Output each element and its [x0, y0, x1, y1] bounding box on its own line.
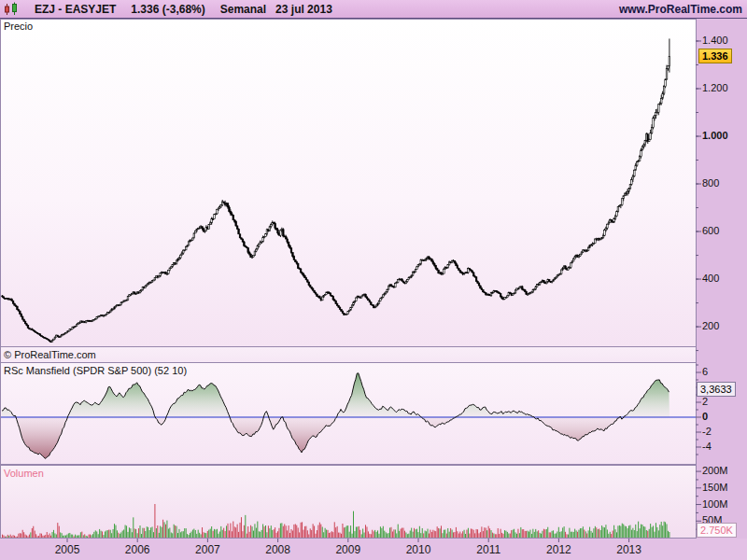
axis-tick-label: 200	[702, 320, 719, 331]
year-label: 2005	[47, 543, 88, 556]
axis-tick-label: 600	[702, 225, 719, 236]
volume-bars	[2, 504, 669, 538]
price-candlesticks	[2, 38, 670, 342]
axis-tick-label: 2	[702, 396, 708, 407]
chart-canvas[interactable]	[0, 0, 747, 560]
year-label: 2009	[328, 543, 369, 556]
axis-tick-label: 1.200	[702, 82, 728, 93]
last-price-box[interactable]: 1.336	[698, 49, 732, 63]
axis-tick-label: 800	[702, 177, 719, 189]
year-label: 2011	[468, 543, 509, 556]
axis-tick-label: 100M	[702, 498, 728, 510]
axis-tick-label: -4	[702, 441, 712, 452]
year-label: 2006	[117, 543, 158, 556]
rsc-area-series	[1, 373, 696, 459]
year-label: 2008	[258, 543, 299, 556]
rsc-last-value-box[interactable]: 3,3633	[697, 382, 736, 397]
axis-tick-label: 150M	[702, 482, 728, 493]
axis-tick-label: 1.400	[702, 35, 728, 46]
year-label: 2007	[187, 543, 228, 556]
axis-tick-label: 6	[702, 366, 708, 377]
axis-tick-label: 1.000	[702, 130, 728, 141]
axis-ticks	[67, 41, 701, 542]
year-label: 2010	[398, 543, 439, 556]
year-label: 2012	[538, 543, 579, 556]
axis-tick-label: 0	[702, 411, 708, 422]
volume-last-value-box[interactable]: 2.750K	[697, 523, 737, 538]
proreal-time-chart-window: EZJ - EASYJET 1.336 (-3,68%) Semanal 23 …	[0, 0, 747, 560]
axis-tick-label: -2	[702, 426, 712, 437]
axis-tick-label: 200M	[702, 465, 728, 476]
year-label: 2013	[609, 543, 650, 556]
axis-tick-label: 400	[702, 273, 719, 284]
